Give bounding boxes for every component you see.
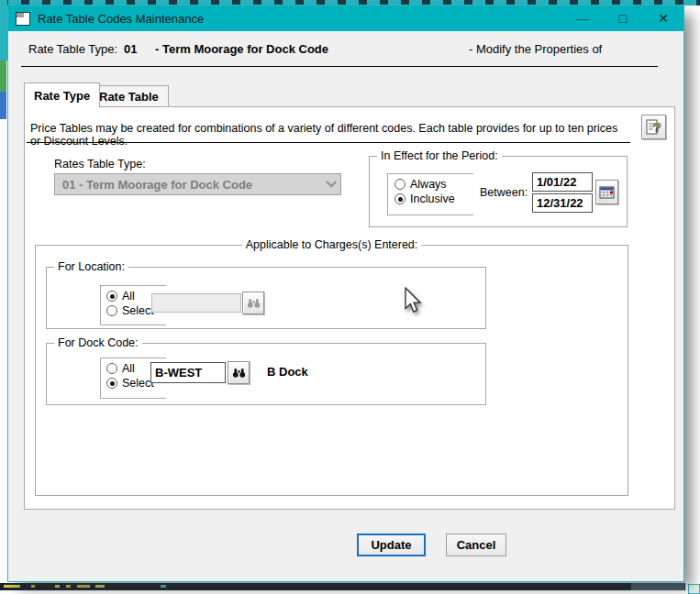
header-name: - Term Moorage for Dock Code [155,42,328,56]
location-radio-all-circle[interactable] [106,291,117,302]
location-search-button [242,292,264,314]
dock-search-button[interactable] [228,361,250,384]
close-button[interactable]: ✕ [643,6,683,31]
background-fragment [0,92,6,119]
background-statusbar [0,583,685,590]
help-button[interactable]: ? [641,115,666,139]
binoculars-icon [232,366,246,380]
dock-radio-all[interactable]: All [106,362,135,375]
calendar-icon [599,184,616,201]
header-label: Rate Table Type: [28,42,117,56]
background-fragment [0,60,6,92]
background-statusbar-segment [631,583,684,590]
binoculars-icon [247,296,261,310]
minimize-button[interactable]: — [562,6,603,31]
background-window-edge-left [0,0,7,60]
radio-inclusive-circle[interactable] [394,193,406,204]
location-radio-all-label: All [122,290,135,302]
location-radio-select-circle[interactable] [106,305,117,316]
tab-rate-type[interactable]: Rate Type [24,82,100,107]
rate-type-tab-panel: Price Tables may be created for combinat… [24,106,675,510]
location-radio-select-label: Select [122,304,154,317]
window-icon [16,12,30,26]
location-code-input [151,293,241,313]
radio-always-label: Always [410,178,447,191]
location-radio-select[interactable]: Select [106,304,154,317]
description-divider [27,142,630,143]
period-groupbox-title: In Effect for the Period: [377,149,502,162]
header-divider [21,66,658,67]
period-from-input[interactable] [532,172,593,192]
rate-table-codes-maintenance-dialog: Rate Table Codes Maintenance — □ ✕ Rate … [7,5,684,582]
rates-table-type-value: 01 - Term Moorage for Dock Code [62,178,252,192]
dock-radio-all-label: All [122,362,135,375]
arrow-cursor [402,287,422,318]
period-to-input[interactable] [532,193,593,213]
titlebar[interactable]: Rate Table Codes Maintenance — □ ✕ [8,6,683,31]
radio-inclusive[interactable]: Inclusive [394,192,455,205]
tab-rate-table[interactable]: Rate Table [89,85,169,107]
radio-always[interactable]: Always [394,178,447,191]
between-label: Between: [480,186,528,199]
header-modify-text: - Modify the Properties of [469,42,602,56]
dock-radio-all-circle[interactable] [106,363,117,374]
rates-table-type-label: Rates Table Type: [54,158,146,170]
calendar-button[interactable] [595,180,618,204]
chevron-down-icon [326,177,336,187]
dock-code-description: B Dock [267,365,308,379]
radio-always-circle[interactable] [394,179,406,190]
applicable-groupbox-title: Applicable to Charges(s) Entered: [242,238,422,251]
cancel-button[interactable]: Cancel [446,534,506,556]
location-groupbox-title: For Location: [54,260,128,273]
background-fragment [688,584,700,594]
rates-table-type-dropdown[interactable]: 01 - Term Moorage for Dock Code [54,173,341,195]
dock-groupbox-title: For Dock Code: [54,336,142,349]
maximize-button[interactable]: □ [603,6,643,31]
header-code: 01 [124,42,137,56]
panel-description: Price Tables may be created for combinat… [30,122,627,148]
radio-inclusive-label: Inclusive [410,192,455,205]
dock-code-input[interactable] [150,362,226,383]
location-radio-all[interactable]: All [106,290,135,302]
dock-radio-select-label: Select [122,377,154,390]
help-question-icon: ? [645,118,663,137]
dock-radio-select-circle[interactable] [106,378,117,389]
update-button[interactable]: Update [357,534,426,556]
window-title: Rate Table Codes Maintenance [38,12,204,26]
dialog-header: Rate Table Type: 01 - Term Moorage for D… [8,31,683,66]
screen: Rate Table Codes Maintenance — □ ✕ Rate … [0,0,700,594]
svg-text:?: ? [653,120,661,135]
dock-radio-select[interactable]: Select [106,377,154,390]
